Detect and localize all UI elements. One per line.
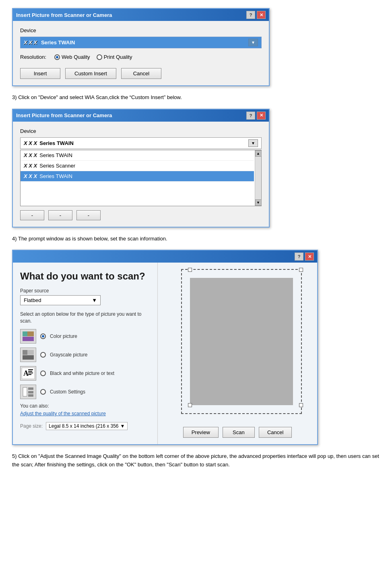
dialog3-page-size-value: Legal 8.5 x 14 inches (216 x 356 <box>49 423 118 429</box>
dialog1-dropdown-arrow[interactable]: ▼ <box>248 39 258 46</box>
dialog2-device-closed[interactable]: X X X Series TWAIN ▼ <box>20 137 262 149</box>
dialog2-btn1[interactable]: - <box>20 210 44 220</box>
dialog1-device-name: Series TWAIN <box>41 39 75 46</box>
dialog3: ? ✕ What do you want to scan? Paper sour… <box>12 250 318 445</box>
dialog3-preview-button[interactable]: Preview <box>183 427 219 438</box>
dialog3-adjust-link[interactable]: Adjust the quality of the scanned pictur… <box>20 411 106 416</box>
dialog3-bw-radio[interactable] <box>40 371 46 376</box>
svg-rect-5 <box>23 350 27 355</box>
dialog2-item1[interactable]: X X X Series TWAIN <box>21 150 254 161</box>
dialog3-page-size-label: Page size: <box>20 423 43 429</box>
dialog3-bw-icon: A <box>20 366 36 381</box>
dialog3-gray-icon <box>20 348 36 362</box>
dialog1-device-dropdown[interactable]: X X X Series TWAIN ▼ <box>20 37 262 48</box>
dialog3-color-row[interactable]: Color picture <box>20 329 150 344</box>
dialog3-color-icon <box>20 329 36 344</box>
svg-rect-15 <box>23 387 27 396</box>
svg-rect-2 <box>27 331 34 336</box>
dialog1-insert-button[interactable]: Insert <box>20 68 60 79</box>
dialog3-bw-row[interactable]: A Black and white picture or text <box>20 366 150 381</box>
dialog1-web-quality-option[interactable]: Web Quality <box>54 54 90 60</box>
dialog3-option-text: Select an option below for the type of p… <box>20 311 150 325</box>
dialog2-title-buttons: ? ✕ <box>246 112 266 120</box>
dialog1-resolution-row: Resolution: Web Quality Print Quality <box>20 54 262 60</box>
dialog1-device-label: Device <box>20 27 262 33</box>
dialog1-title: Insert Picture from Scanner or Camera <box>16 12 112 18</box>
dialog3-left-panel: What do you want to scan? Paper source F… <box>13 263 158 444</box>
dialog3-page-size-dropdown[interactable]: Legal 8.5 x 14 inches (216 x 356 ▼ <box>46 422 128 430</box>
dialog2-scrollbar[interactable]: ▲ ▼ <box>255 150 261 206</box>
dialog3-cancel-button[interactable]: Cancel <box>259 427 292 438</box>
svg-rect-18 <box>28 394 33 397</box>
dialog1-custom-insert-button[interactable]: Custom Insert <box>65 68 116 79</box>
dialog2-item1-prefix: X X X <box>24 152 37 158</box>
dialog3-corner-tr[interactable] <box>299 268 303 272</box>
dialog3-body: What do you want to scan? Paper source F… <box>13 263 317 444</box>
dialog3-title-buttons: ? ✕ <box>295 253 314 261</box>
dialog2-bottom-buttons: - - - <box>20 210 262 220</box>
dialog2-item1-name: Series TWAIN <box>39 152 72 158</box>
dialog1-print-quality-label: Print Quality <box>104 54 132 60</box>
dialog2-btn2[interactable]: - <box>48 210 72 220</box>
dialog3-help-button[interactable]: ? <box>295 253 303 261</box>
dialog2-titlebar: Insert Picture from Scanner or Camera ? … <box>13 110 269 122</box>
dialog1-resolution-label: Resolution: <box>20 54 46 60</box>
dialog3-gray-row[interactable]: Grayscale picture <box>20 348 150 362</box>
dialog2-dropdown-list: X X X Series TWAIN X X X Series Scanner … <box>20 150 262 206</box>
dialog3-corner-br[interactable] <box>299 403 303 407</box>
dialog2-scroll-up[interactable]: ▲ <box>255 150 262 157</box>
svg-rect-3 <box>23 337 34 341</box>
dialog2-scroll-down[interactable]: ▼ <box>255 199 262 206</box>
dialog1-print-quality-option[interactable]: Print Quality <box>97 54 132 60</box>
svg-rect-10 <box>28 369 33 370</box>
svg-text:A: A <box>23 369 29 377</box>
dialog3-custom-radio[interactable] <box>40 389 46 395</box>
dialog1-print-quality-radio[interactable] <box>97 54 102 60</box>
dialog3-custom-row[interactable]: Custom Settings <box>20 385 150 399</box>
dialog2-item3[interactable]: X X X Series TWAIN <box>21 171 254 182</box>
dialog1-cancel-button[interactable]: Cancel <box>121 68 161 79</box>
dialog2-close-button[interactable]: ✕ <box>257 112 266 120</box>
dialog3-close-button[interactable]: ✕ <box>305 253 314 261</box>
dialog2-dropdown-arrow[interactable]: ▼ <box>248 139 258 147</box>
dialog3-right-panel: Preview Scan Cancel <box>158 263 317 444</box>
dialog1-device-prefix: X X X <box>24 39 37 46</box>
dialog3-corner-tl[interactable] <box>188 268 192 272</box>
dialog3-titlebar: ? ✕ <box>13 250 317 263</box>
dialog3-custom-label: Custom Settings <box>50 389 85 395</box>
dialog3-gray-radio[interactable] <box>40 352 46 358</box>
dialog2-empty-space <box>21 182 254 206</box>
dialog3-scan-button[interactable]: Scan <box>223 427 255 438</box>
dialog1-buttons: Insert Custom Insert Cancel <box>20 68 262 79</box>
dialog2-btn3[interactable]: - <box>76 210 101 220</box>
dialog1-web-quality-label: Web Quality <box>62 54 90 60</box>
dialog3-preview-frame <box>181 269 302 414</box>
bottom-text: 5) Click on "Adjust the Scanned Image Qu… <box>12 452 380 469</box>
dialog2-item3-prefix: X X X <box>24 173 37 179</box>
dialog1-close-button[interactable]: ✕ <box>257 11 266 19</box>
dialog3-corner-bl[interactable] <box>188 403 192 407</box>
svg-rect-11 <box>28 371 32 372</box>
svg-rect-12 <box>28 373 33 373</box>
svg-rect-7 <box>23 355 34 360</box>
dialog2-device-name1: Series TWAIN <box>39 140 74 146</box>
dialog2-items-wrapper: X X X Series TWAIN X X X Series Scanner … <box>21 150 261 206</box>
dialog1-help-button[interactable]: ? <box>246 11 255 19</box>
dialog1-body: Device X X X Series TWAIN ▼ Resolution: … <box>13 21 269 85</box>
dialog2-item2[interactable]: X X X Series Scanner <box>21 161 254 171</box>
dialog2-item3-name: Series TWAIN <box>39 173 72 179</box>
dialog2-device-label: Device <box>20 128 262 134</box>
svg-rect-1 <box>23 331 27 336</box>
dialog3-scan-title: What do you want to scan? <box>20 271 150 282</box>
dialog2-help-button[interactable]: ? <box>246 112 255 120</box>
svg-rect-17 <box>28 391 33 393</box>
dialog1-web-quality-radio[interactable] <box>54 54 60 60</box>
dialog3-paper-source-label: Paper source <box>20 288 150 294</box>
dialog2-item2-name: Series Scanner <box>39 163 75 169</box>
dialog2-title: Insert Picture from Scanner or Camera <box>16 112 112 118</box>
dialog3-color-label: Color picture <box>50 333 77 339</box>
dialog3-paper-source-dropdown[interactable]: Flatbed ▼ <box>20 295 101 305</box>
dialog3-preview-area <box>173 269 302 422</box>
dialog1-titlebar: Insert Picture from Scanner or Camera ? … <box>13 9 269 21</box>
dialog3-color-radio[interactable] <box>40 333 46 339</box>
